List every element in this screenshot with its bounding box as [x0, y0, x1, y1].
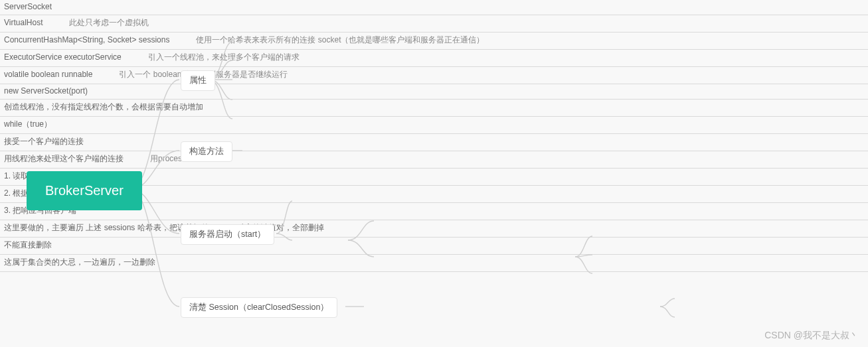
node-attributes[interactable]: 属性 — [181, 70, 215, 91]
leaf-runnable: volatile boolean runnable引入一个 boolean 变量… — [0, 67, 868, 84]
leaf-note: 引入一个线程池，来处理多个客户端的请求 — [148, 52, 300, 62]
leaf-clear-desc: 这里要做的，主要遍历 上述 sessions 哈希表，把该关闭的 socket … — [0, 220, 868, 238]
leaf-virtualhost: VirtualHost此处只考虑一个虚拟机 — [0, 15, 868, 33]
node-clear[interactable]: 清楚 Session（clearClosedSession） — [181, 297, 337, 318]
leaf-pool: 创造线程池，没有指定线程池个数，会根据需要自动增加 — [0, 100, 868, 117]
node-constructor[interactable]: 构造方法 — [181, 141, 232, 162]
leaf-clear-note-2: 这属于集合类的大忌，一边遍历，一边删除 — [0, 255, 868, 272]
node-start[interactable]: 服务器启动（start） — [181, 224, 274, 245]
leaf-process: 用线程池来处理这个客户端的连接用processConnection — [0, 151, 868, 169]
root-node[interactable]: BrokerServer — [27, 171, 142, 210]
leaf-text: volatile boolean runnable — [4, 70, 92, 79]
leaf-text: ExecutorService executorService — [4, 52, 122, 62]
leaf-text: ServerSocket — [4, 2, 52, 11]
leaf-sessions: ConcurrentHashMap<String, Socket> sessio… — [0, 33, 868, 50]
leaf-clear-note-1: 不能直接删除 — [0, 238, 868, 255]
leaf-accept: 接受一个客户端的连接 — [0, 134, 868, 151]
leaf-note: 使用一个哈希表来表示所有的连接 socket（也就是哪些客户端和服务器正在通信） — [196, 35, 484, 44]
leaf-text: 用线程池来处理这个客户端的连接 — [4, 154, 124, 163]
leaf-text: VirtualHost — [4, 18, 43, 27]
leaf-new-serversocket: new ServerSocket(port) — [0, 84, 868, 100]
leaf-serversocket: ServerSocket — [0, 0, 868, 15]
watermark: CSDN @我不是大叔丶 — [764, 330, 859, 342]
leaf-note: 此处只考虑一个虚拟机 — [69, 18, 149, 27]
leaf-text: ConcurrentHashMap<String, Socket> sessio… — [4, 35, 169, 44]
leaf-executor: ExecutorService executorService引入一个线程池，来… — [0, 50, 868, 67]
leaf-while: while（true） — [0, 117, 868, 134]
